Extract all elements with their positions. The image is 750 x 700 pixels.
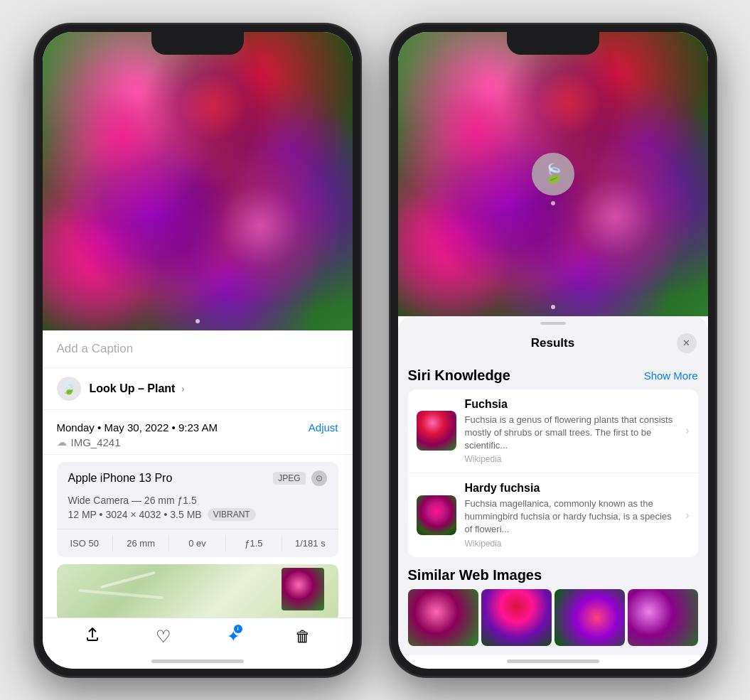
device-header: Apple iPhone 13 Pro JPEG ⊙ [57, 462, 338, 495]
sheet-header: Results ✕ [398, 325, 708, 359]
delete-button[interactable]: 🗑 [295, 628, 311, 646]
info-area: Add a Caption 🍃 Look Up – Plant › Monday… [43, 330, 353, 618]
filename-text: IMG_4241 [71, 436, 121, 448]
exif-shutter: 1/181 s [282, 535, 338, 551]
exif-row: ISO 50 26 mm 0 ev ƒ1.5 1/181 s [57, 529, 338, 557]
lookup-label: Plant [147, 382, 175, 394]
chevron-right-icon: › [181, 383, 185, 394]
toolbar: ♡ ✦i 🗑 [43, 618, 353, 655]
siri-lookup-button[interactable]: 🍃 [532, 153, 574, 195]
fuchsia-thumb [417, 411, 456, 451]
fuchsia-source: Wikipedia [465, 454, 682, 464]
hardy-title: Hardy fuchsia [465, 482, 682, 495]
siri-knowledge-header: Siri Knowledge Show More [408, 367, 698, 384]
meta-filename: ☁ IMG_4241 [57, 436, 338, 448]
favorite-button[interactable]: ♡ [156, 627, 171, 647]
web-image-3[interactable] [555, 589, 625, 646]
device-row: Apple iPhone 13 Pro JPEG ⊙ Wide Camera —… [57, 462, 338, 557]
sheet-title: Results [429, 336, 677, 350]
meta-date: Monday • May 30, 2022 • 9:23 AM [57, 421, 218, 434]
web-images-header: Similar Web Images [408, 567, 698, 583]
fuchsia-thumb-image [417, 411, 456, 451]
web-images-grid [408, 589, 698, 646]
phones-container: Add a Caption 🍃 Look Up – Plant › Monday… [34, 23, 717, 677]
exif-iso: ISO 50 [57, 535, 113, 551]
device-name: Apple iPhone 13 Pro [68, 472, 173, 485]
hardy-text: Hardy fuchsia Fuchsia magellanica, commo… [465, 482, 682, 549]
device-badges: JPEG ⊙ [273, 470, 326, 486]
lookup-icon-bg: 🍃 [57, 377, 81, 401]
exif-aperture: ƒ1.5 [226, 535, 282, 551]
web-images-section: Similar Web Images [408, 567, 698, 646]
knowledge-card: Fuchsia Fuchsia is a genus of flowering … [408, 389, 698, 557]
siri-knowledge-title: Siri Knowledge [408, 367, 510, 384]
fuchsia-title: Fuchsia [465, 398, 682, 411]
lookup-label-bold: Look Up – [90, 382, 144, 394]
info-button[interactable]: ✦i [227, 628, 240, 646]
leaf-icon: 🍃 [62, 382, 76, 395]
hardy-desc: Fuchsia magellanica, commonly known as t… [465, 497, 682, 537]
photo-area-1 [43, 32, 353, 330]
home-indicator-1 [151, 659, 244, 663]
mp-info: 12 MP • 3024 × 4032 • 3.5 MB VIBRANT [68, 508, 327, 521]
web-image-1[interactable] [408, 589, 478, 646]
hardy-source: Wikipedia [465, 539, 682, 549]
web-image-4[interactable] [628, 589, 698, 646]
hardy-chevron-icon: › [685, 509, 689, 522]
phone-1: Add a Caption 🍃 Look Up – Plant › Monday… [34, 23, 361, 677]
flower-overlay [43, 32, 353, 330]
notch-2 [507, 32, 599, 55]
siri-leaf-icon: 🍃 [542, 163, 564, 185]
caption-input[interactable]: Add a Caption [43, 330, 353, 368]
meta-row: Monday • May 30, 2022 • 9:23 AM Adjust ☁… [43, 410, 353, 455]
lookup-text: Look Up – Plant › [90, 382, 185, 395]
cloud-icon: ☁ [57, 436, 67, 448]
adjust-button[interactable]: Adjust [309, 421, 338, 434]
notch [151, 32, 244, 55]
phone-2: 🍃 Results ✕ Siri Knowledge Show More [390, 23, 717, 677]
show-more-button[interactable]: Show More [644, 370, 698, 382]
knowledge-item-fuchsia[interactable]: Fuchsia Fuchsia is a genus of flowering … [408, 389, 698, 474]
home-indicator-2 [507, 659, 599, 663]
web-image-2[interactable] [481, 589, 552, 646]
page-dot [195, 319, 200, 323]
phone-2-screen: 🍃 Results ✕ Siri Knowledge Show More [398, 32, 708, 669]
exif-focal: 26 mm [113, 535, 169, 551]
close-button[interactable]: ✕ [677, 333, 697, 353]
fuchsia-chevron-icon: › [685, 424, 689, 437]
format-badge: JPEG [273, 472, 305, 485]
photo-area-2: 🍃 [398, 32, 708, 316]
web-images-title: Similar Web Images [408, 567, 542, 583]
hardy-thumb [417, 495, 456, 535]
phone-1-screen: Add a Caption 🍃 Look Up – Plant › Monday… [43, 32, 353, 669]
knowledge-item-hardy[interactable]: Hardy fuchsia Fuchsia magellanica, commo… [408, 473, 698, 557]
location-icon: ⊙ [311, 470, 327, 486]
share-button[interactable] [85, 627, 100, 647]
results-sheet: Results ✕ Siri Knowledge Show More [398, 316, 708, 655]
lookup-row[interactable]: 🍃 Look Up – Plant › [43, 368, 353, 410]
map-area[interactable] [57, 564, 338, 618]
fuchsia-text: Fuchsia Fuchsia is a genus of flowering … [465, 398, 682, 465]
camera-specs: Wide Camera — 26 mm ƒ1.5 12 MP • 3024 × … [57, 495, 338, 529]
exif-ev: 0 ev [169, 535, 225, 551]
sheet-content: Siri Knowledge Show More Fuchsia Fuchsia… [398, 359, 708, 655]
vibrant-badge: VIBRANT [208, 508, 256, 521]
siri-dot [551, 201, 555, 205]
page-dot-2 [551, 305, 555, 309]
camera-wide-spec: Wide Camera — 26 mm ƒ1.5 [68, 495, 327, 506]
hardy-thumb-image [417, 495, 456, 535]
fuchsia-desc: Fuchsia is a genus of flowering plants t… [465, 414, 682, 453]
